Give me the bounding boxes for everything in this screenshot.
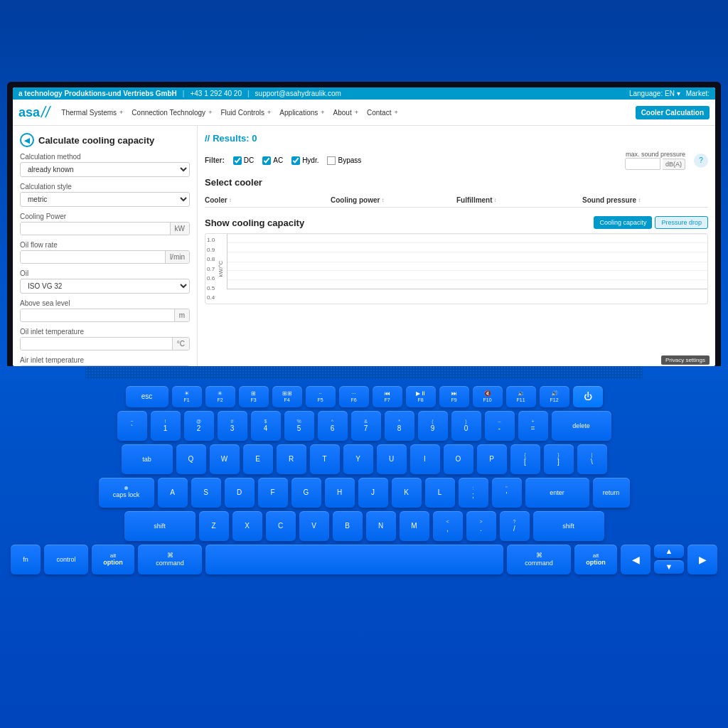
calculation-method-select[interactable]: already known — [20, 162, 190, 177]
back-button[interactable]: ◀ — [20, 133, 34, 147]
key-capslock[interactable]: caps lock — [99, 478, 154, 508]
key-shift-left[interactable]: shift — [124, 511, 196, 541]
nav-about[interactable]: About — [333, 109, 358, 117]
key-quote[interactable]: "' — [492, 478, 522, 508]
key-m[interactable]: M — [400, 511, 429, 541]
key-f3[interactable]: ⊞F3 — [239, 386, 269, 407]
key-1[interactable]: !1 — [151, 411, 181, 441]
key-6[interactable]: ^6 — [318, 411, 348, 441]
key-arrow-left[interactable]: ◀ — [621, 545, 651, 574]
key-5[interactable]: %5 — [284, 411, 314, 441]
filter-hydr-checkbox[interactable] — [291, 156, 300, 165]
calculation-style-select[interactable]: metric — [20, 192, 190, 207]
privacy-notice-button[interactable]: Privacy settings — [661, 355, 710, 365]
key-command-left[interactable]: ⌘command — [138, 545, 202, 574]
col-sound-pressure[interactable]: Sound pressure ↕ — [582, 196, 708, 204]
nav-contact[interactable]: Contact — [367, 109, 398, 117]
key-spacebar[interactable] — [205, 545, 503, 574]
key-e[interactable]: E — [243, 444, 273, 474]
key-control[interactable]: control — [44, 545, 88, 574]
key-power[interactable]: ⏻ — [573, 386, 603, 407]
key-f2[interactable]: ✳F2 — [205, 386, 235, 407]
key-u[interactable]: U — [377, 444, 407, 474]
key-o[interactable]: O — [444, 444, 473, 474]
key-g[interactable]: G — [291, 478, 321, 508]
key-alt-left[interactable]: altoption — [92, 545, 134, 574]
key-backtick[interactable]: ~` — [117, 411, 147, 441]
key-4[interactable]: $4 — [251, 411, 281, 441]
key-v[interactable]: V — [299, 511, 329, 541]
key-f6[interactable]: ···F6 — [339, 386, 369, 407]
key-w[interactable]: W — [210, 444, 240, 474]
key-h[interactable]: H — [325, 478, 355, 508]
key-y[interactable]: Y — [343, 444, 373, 474]
key-l[interactable]: L — [425, 478, 455, 508]
key-arrow-down[interactable]: ▼ — [654, 560, 684, 574]
key-q[interactable]: Q — [176, 444, 206, 474]
key-esc[interactable]: esc — [126, 386, 168, 407]
key-a[interactable]: A — [158, 478, 188, 508]
key-x[interactable]: X — [232, 511, 262, 541]
key-3[interactable]: #3 — [218, 411, 247, 441]
oil-inlet-temp-input[interactable] — [21, 338, 172, 350]
key-f8[interactable]: ▶⏸F8 — [406, 386, 436, 407]
language-selector[interactable]: Language: EN ▾ — [629, 90, 680, 97]
key-f11[interactable]: 🔉F11 — [506, 386, 536, 407]
key-slash[interactable]: ?/ — [500, 511, 530, 541]
key-f1[interactable]: ☀F1 — [172, 386, 202, 407]
oil-select[interactable]: ISO VG 32 — [20, 279, 190, 294]
filter-ac-checkbox[interactable] — [262, 156, 271, 165]
key-r[interactable]: R — [277, 444, 306, 474]
key-alt-right[interactable]: altoption — [574, 545, 617, 574]
key-period[interactable]: >. — [466, 511, 496, 541]
key-t[interactable]: T — [310, 444, 340, 474]
col-cooling-power[interactable]: Cooling power ↕ — [331, 196, 456, 204]
sound-pressure-input[interactable] — [625, 158, 660, 170]
key-command-right[interactable]: ⌘command — [507, 545, 571, 574]
key-8[interactable]: *8 — [385, 411, 414, 441]
key-semicolon[interactable]: :; — [459, 478, 488, 508]
key-0[interactable]: )0 — [451, 411, 481, 441]
filter-dc-checkbox[interactable] — [233, 156, 242, 165]
key-enter[interactable]: enter — [525, 478, 589, 508]
col-fulfillment[interactable]: Fulfillment ↕ — [456, 196, 582, 204]
key-f5[interactable]: ··F5 — [306, 386, 336, 407]
key-f[interactable]: F — [258, 478, 288, 508]
nav-applications[interactable]: Applications — [279, 109, 324, 117]
key-shift-right[interactable]: shift — [533, 511, 604, 541]
key-return[interactable]: return — [593, 478, 630, 508]
nav-fluid-controls[interactable]: Fluid Controls — [220, 109, 271, 117]
key-delete[interactable]: delete — [552, 411, 611, 441]
cooling-capacity-btn[interactable]: Cooling capacity — [594, 216, 652, 229]
key-f9[interactable]: ⏭F9 — [439, 386, 469, 407]
key-comma[interactable]: <, — [433, 511, 463, 541]
key-arrow-up[interactable]: ▲ — [654, 545, 684, 558]
key-bracket-close[interactable]: }] — [544, 444, 574, 474]
pressure-drop-btn[interactable]: Pressure drop — [655, 216, 708, 229]
key-backslash[interactable]: |\ — [577, 444, 607, 474]
key-arrow-right[interactable]: ▶ — [687, 545, 717, 574]
key-z[interactable]: Z — [199, 511, 229, 541]
cooling-power-input[interactable] — [21, 223, 170, 235]
oil-flow-rate-input[interactable] — [21, 251, 165, 263]
nav-connection-tech[interactable]: Connection Technology — [132, 109, 212, 117]
key-fn[interactable]: fn — [11, 545, 41, 574]
key-s[interactable]: S — [191, 478, 221, 508]
key-f4[interactable]: ⊞⊞F4 — [272, 386, 302, 407]
key-tab[interactable]: tab — [122, 444, 173, 474]
key-k[interactable]: K — [392, 478, 422, 508]
key-minus[interactable]: –- — [485, 411, 515, 441]
filter-info-button[interactable]: ? — [694, 154, 708, 168]
key-n[interactable]: N — [366, 511, 396, 541]
key-f7[interactable]: ⏮F7 — [373, 386, 402, 407]
key-i[interactable]: I — [410, 444, 440, 474]
col-cooler[interactable]: Cooler ↕ — [205, 196, 331, 204]
key-b[interactable]: B — [333, 511, 363, 541]
key-bracket-open[interactable]: {[ — [510, 444, 540, 474]
nav-thermal-systems[interactable]: Thermal Systems — [61, 109, 123, 117]
key-2[interactable]: @2 — [184, 411, 214, 441]
key-d[interactable]: D — [225, 478, 255, 508]
key-9[interactable]: (9 — [418, 411, 448, 441]
key-f12[interactable]: 🔊F12 — [540, 386, 569, 407]
sea-level-input[interactable] — [21, 309, 174, 321]
